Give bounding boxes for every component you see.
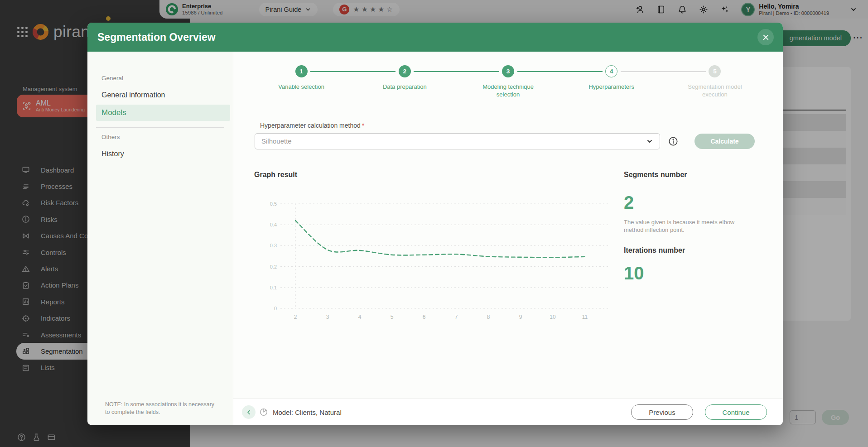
nav-item-history[interactable]: History — [87, 146, 233, 162]
step-circle: 5 — [709, 65, 721, 77]
svg-text:3: 3 — [326, 314, 329, 320]
step-circle: 4 — [605, 65, 617, 77]
hyperparameter-method-select[interactable]: Silhouette — [255, 133, 660, 149]
note-text: NOTE: In some associations it is necessa… — [87, 401, 233, 425]
modal-nav: General General information Models Other… — [87, 52, 233, 425]
svg-text:0.1: 0.1 — [270, 285, 277, 290]
close-button[interactable] — [757, 29, 774, 45]
step-5-segmentation-model-execution[interactable]: 5Segmentation model execution — [663, 65, 767, 99]
svg-text:10: 10 — [550, 314, 556, 320]
info-icon[interactable] — [668, 136, 678, 146]
step-label: Data preparation — [383, 83, 427, 91]
calculate-button[interactable]: Calculate — [694, 134, 755, 149]
svg-text:7: 7 — [455, 314, 458, 320]
select-value: Silhouette — [261, 137, 292, 145]
modal-header: Segmentation Overview — [87, 23, 783, 52]
svg-text:2: 2 — [294, 314, 297, 320]
segments-number-label: Segments number — [624, 171, 760, 179]
step-3-modeling-technique-selection[interactable]: 3Modeling technique selection — [456, 65, 559, 99]
model-label: Model: Clients, Natural — [273, 409, 342, 416]
step-label: Segmentation model execution — [679, 83, 751, 99]
hyperparameter-method-label: Hyperparameter calculation method* — [260, 122, 783, 129]
select-chevron-icon — [646, 138, 653, 145]
segments-hint: The value given is because it meets elbo… — [624, 219, 742, 234]
svg-text:0.3: 0.3 — [270, 243, 277, 248]
step-label: Modeling technique selection — [472, 83, 545, 99]
nav-item-general-information[interactable]: General information — [87, 87, 233, 103]
nav-section-others: Others — [87, 134, 233, 140]
step-circle: 2 — [399, 65, 411, 77]
step-2-data-preparation[interactable]: 2Data preparation — [353, 65, 456, 99]
step-label: Variable selection — [278, 83, 324, 91]
step-circle: 3 — [502, 65, 514, 77]
modal-title: Segmentation Overview — [97, 31, 216, 43]
svg-text:9: 9 — [519, 314, 522, 320]
svg-text:0.5: 0.5 — [270, 201, 277, 207]
svg-text:0: 0 — [274, 306, 277, 311]
nav-item-models[interactable]: Models — [96, 105, 230, 121]
step-4-hyperparameters[interactable]: 4Hyperparameters — [560, 65, 663, 99]
step-label: Hyperparameters — [588, 83, 634, 91]
close-icon — [762, 34, 770, 41]
required-asterisk: * — [362, 122, 364, 129]
nav-divider — [96, 127, 224, 128]
graph-result-title: Graph result — [254, 171, 617, 179]
iterations-number-value: 10 — [624, 263, 760, 283]
svg-text:11: 11 — [582, 314, 588, 320]
svg-text:5: 5 — [391, 314, 394, 320]
pie-chart-icon — [259, 408, 268, 417]
iterations-number-label: Iterations number — [624, 246, 760, 255]
wizard-stepper: 1Variable selection2Data preparation3Mod… — [250, 65, 767, 99]
previous-button[interactable]: Previous — [631, 404, 693, 420]
chevron-left-icon — [246, 409, 252, 416]
continue-button[interactable]: Continue — [705, 404, 767, 420]
step-circle: 1 — [295, 65, 308, 77]
step-1-variable-selection[interactable]: 1Variable selection — [250, 65, 353, 99]
svg-text:0.2: 0.2 — [270, 264, 277, 269]
svg-text:8: 8 — [487, 314, 490, 320]
nav-section-general: General — [87, 75, 233, 82]
svg-text:4: 4 — [358, 314, 362, 320]
modal-footer: Model: Clients, Natural Previous Continu… — [233, 399, 783, 425]
modal-main: 1Variable selection2Data preparation3Mod… — [233, 52, 783, 425]
svg-text:6: 6 — [423, 314, 426, 320]
back-button[interactable] — [242, 405, 256, 419]
svg-text:0.4: 0.4 — [270, 222, 277, 227]
elbow-line-chart: 00.10.20.30.40.5234567891011 — [254, 195, 617, 326]
segments-number-value: 2 — [624, 192, 760, 212]
segmentation-overview-modal: Segmentation Overview General General in… — [87, 23, 783, 425]
